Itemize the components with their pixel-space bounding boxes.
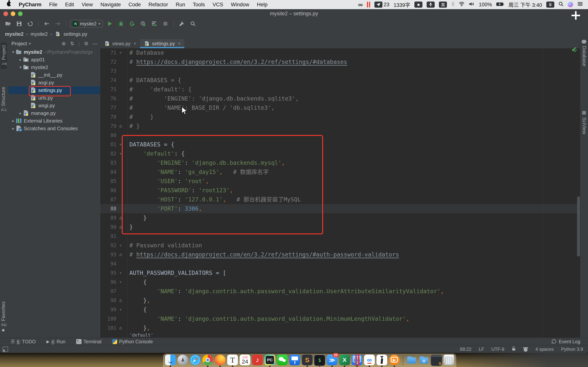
sync-icon[interactable] [26, 20, 35, 27]
tree-item-external-libraries[interactable]: ▸External Libraries [9, 117, 100, 125]
dock-item-douyu[interactable]: ▶ [389, 355, 400, 367]
profile-button[interactable] [139, 20, 147, 27]
menu-item-navigate[interactable]: Navigate [101, 2, 121, 8]
wifi-icon[interactable] [459, 2, 465, 8]
indent-setting[interactable]: 4 spaces [535, 347, 554, 352]
collapse-all-icon[interactable]: ⇅ [70, 41, 74, 47]
menu-item-refactor[interactable]: Refactor [148, 2, 168, 8]
dock-item-parallels[interactable] [351, 355, 363, 367]
word-count[interactable]: 1339字 [394, 1, 410, 8]
dock-item-finder[interactable] [165, 355, 176, 367]
loop-status-icon[interactable]: ∞ [358, 2, 363, 8]
save-icon[interactable] [15, 20, 23, 27]
code-line-73[interactable]: 73 [100, 67, 580, 76]
debug-button[interactable] [117, 20, 125, 27]
code-line-100[interactable]: 100 'NAME': 'django.contrib.auth.passwor… [100, 314, 580, 323]
shottr-icon[interactable]: S [546, 1, 554, 8]
code-line-76[interactable]: 76# 'ENGINE': 'django.db.backends.sqlite… [100, 94, 580, 103]
code-line-78[interactable]: 78# } [100, 112, 580, 122]
fold-marker-icon[interactable]: ▿ [116, 241, 125, 250]
locate-file-icon[interactable]: ⊕ [62, 41, 66, 47]
breadcrumb-package[interactable]: mysite2 [31, 31, 48, 37]
inspections-ok-icon[interactable]: ✔✔ [571, 45, 577, 53]
lock-icon[interactable] [512, 346, 516, 352]
run-with-coverage-button[interactable] [128, 20, 136, 27]
dock-item-folder-downloads[interactable] [406, 355, 417, 367]
inspections-hector-icon[interactable] [523, 347, 528, 352]
microphone-icon[interactable] [427, 1, 435, 8]
chevron-closed-icon[interactable]: ▸ [18, 111, 23, 116]
wrench-icon[interactable] [178, 20, 186, 27]
stop-button[interactable] [161, 20, 170, 27]
code-line-92[interactable]: 92▿# Password validation [100, 241, 580, 250]
breadcrumb-file[interactable]: settings.py [64, 31, 87, 37]
apple-menu-icon[interactable] [7, 2, 11, 8]
interpreter[interactable]: Python 3.9 [561, 347, 583, 352]
tree-item-manage-py[interactable]: ▸manage.py [9, 109, 100, 117]
menu-item-vcs[interactable]: VCS [212, 2, 223, 8]
dingtalk-status[interactable]: 23 [374, 1, 389, 8]
back-icon[interactable] [43, 20, 51, 27]
tree-item--init-py[interactable]: __init__.py [9, 71, 100, 79]
dock-item-firefox[interactable] [215, 355, 226, 367]
caret-position[interactable]: 88:22 [460, 347, 471, 352]
fold-marker-icon[interactable]: ⌂ [116, 250, 125, 259]
fold-marker-icon[interactable]: ▿ [116, 277, 125, 287]
toolwindow-button-terminal[interactable]: Terminal [76, 339, 102, 344]
run-button[interactable] [106, 20, 114, 27]
dock-item-excel[interactable]: X [339, 355, 350, 367]
tree-item-asgi-py[interactable]: asgi.py [9, 79, 100, 86]
code-line-75[interactable]: 75# 'default': { [100, 85, 580, 94]
dock-item-sublime[interactable]: S [302, 355, 313, 367]
menu-app-name[interactable]: PyCharm [19, 2, 42, 8]
code-line-98[interactable]: 98⌂ }, [100, 296, 580, 305]
file-encoding[interactable]: UTF-8 [491, 347, 504, 352]
chevron-closed-icon[interactable]: ▸ [11, 126, 16, 131]
menu-item-window[interactable]: Window [231, 2, 249, 8]
code-line-99[interactable]: 99▿ { [100, 305, 580, 314]
dock-item-wechat[interactable] [277, 355, 288, 367]
tool-stripe-structure[interactable]: 7: Structure [0, 87, 6, 112]
hide-panel-icon[interactable]: — [93, 41, 98, 47]
dock-item-keynote[interactable] [289, 355, 300, 367]
chevron-closed-icon[interactable]: ▸ [18, 57, 23, 62]
menu-clock[interactable]: 周三 下午 3:40 [508, 1, 542, 8]
menu-item-tools[interactable]: Tools [193, 2, 205, 8]
tree-item-scratches-and-consoles[interactable]: ▸Scratches and Consoles [9, 125, 100, 132]
fold-marker-icon[interactable]: ⌂ [116, 122, 125, 131]
dock-item-launchpad[interactable] [177, 355, 188, 367]
tab-views-py[interactable]: views.py× [100, 39, 140, 48]
close-tab-icon[interactable]: × [178, 41, 181, 46]
line-separator[interactable]: LF [479, 347, 484, 352]
dock-item-pycharm[interactable]: PC [264, 355, 276, 367]
dock-item-netease-music[interactable]: ♪ [252, 355, 263, 367]
tree-item-mysite2[interactable]: ▾mysite2 [9, 63, 100, 71]
tab-settings-py[interactable]: settings.py× [140, 39, 184, 48]
dock-item-chrome[interactable] [202, 355, 213, 367]
tool-stripe-favorites[interactable]: ★ 2: Favorites [0, 301, 6, 334]
control-center-icon[interactable] [577, 2, 583, 8]
code-line-96[interactable]: 96▿ { [100, 277, 580, 287]
volume-icon[interactable] [469, 2, 475, 8]
event-log-button[interactable]: Event Log [552, 339, 580, 344]
tool-window-switcher-icon[interactable] [3, 347, 8, 352]
menu-item-file[interactable]: File [49, 2, 58, 8]
code-line-79[interactable]: 79⌂# } [100, 122, 580, 131]
dock-item-terminal[interactable]: $ [314, 355, 325, 367]
tree-item-app01[interactable]: ▸app01 [9, 56, 100, 63]
dock-item-typora[interactable]: T [227, 355, 238, 367]
toolwindow-button-python-console[interactable]: Python Console [112, 339, 153, 344]
code-line-97[interactable]: 97 'NAME': 'django.contrib.auth.password… [100, 287, 580, 296]
tool-stripe-project[interactable]: 1: Project [0, 42, 7, 69]
fold-marker-icon[interactable]: ⌂ [116, 323, 125, 333]
concurrency-diagram-button[interactable] [150, 20, 158, 27]
tool-stripe-sciview[interactable]: SciView [581, 117, 587, 134]
fold-marker-icon[interactable]: ▿ [116, 268, 125, 277]
menu-item-run[interactable]: Run [176, 2, 185, 8]
dock-item-calendar[interactable]: 11月24 [239, 355, 251, 367]
chevron-open-icon[interactable]: ▾ [11, 50, 16, 54]
menu-item-view[interactable]: View [82, 2, 93, 8]
code-line-71[interactable]: 71▿# Database [100, 48, 580, 57]
spotlight-icon[interactable] [559, 1, 563, 8]
dock-item-window-sublime[interactable]: S [431, 355, 442, 367]
